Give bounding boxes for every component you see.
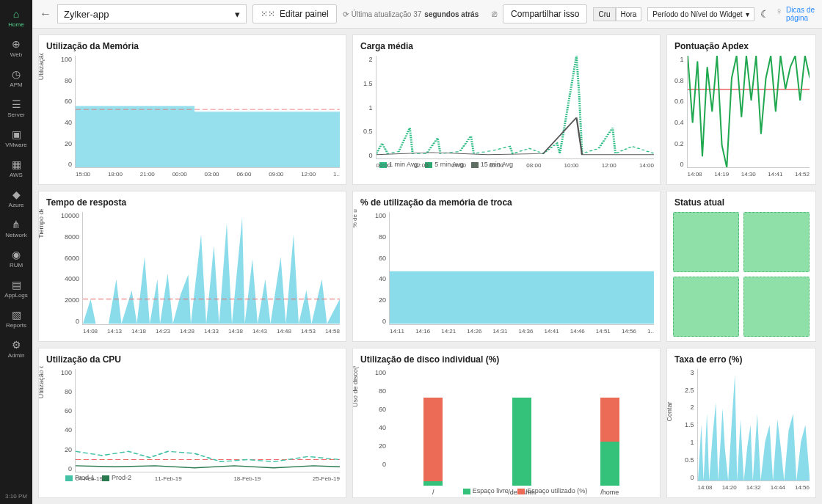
card-error-rate: Taxa de erro (%) Contar 32.521.510.50 14… [666, 348, 816, 498]
sidenav-item-aws[interactable]: ▦AWS [0, 153, 32, 183]
period-selector[interactable]: Período do Nível do Widget▾ [647, 7, 754, 21]
network-icon: ⋔ [0, 219, 32, 230]
card-current-status: Status atual [666, 191, 816, 341]
web-icon: ⊕ [0, 38, 32, 50]
share-button[interactable]: Compartilhar isso [503, 4, 587, 23]
sidenav-item-home[interactable]: ⌂Home [0, 3, 32, 33]
card-cpu-utilization: Utilização da CPU Utilização da CPU (%) … [38, 348, 346, 498]
admin-icon: ⚙ [0, 339, 32, 351]
sidenav-item-reports[interactable]: ▧Reports [0, 304, 32, 334]
disk-bar[interactable]: /dev/shm [512, 398, 531, 496]
chevron-down-icon: ▾ [746, 10, 749, 18]
segment-raw[interactable]: Cru [593, 7, 615, 21]
refresh-icon[interactable]: ⟳ [343, 10, 349, 18]
status-tile[interactable] [673, 212, 739, 272]
sidenav-item-vmware[interactable]: ▣VMware [0, 123, 32, 153]
sidenav-item-network[interactable]: ⋔Network [0, 213, 32, 244]
y-axis: 100806040200 [61, 56, 75, 168]
card-swap-utilization: % de utilização da memória de troca % de… [352, 191, 661, 341]
disk-bar[interactable]: / [423, 398, 443, 496]
sidenav-item-applogs[interactable]: ▤AppLogs [0, 274, 32, 304]
sidenav-item-azure[interactable]: ◆Azure [0, 183, 32, 213]
disk-bar[interactable]: /home [600, 398, 619, 496]
raw-hour-toggle[interactable]: Cru Hora [593, 7, 641, 21]
vmware-icon: ▣ [0, 128, 32, 140]
chart-area[interactable]: 14:0814:2014:3214:4414:56 [697, 369, 810, 481]
clock: 3:10 PM [5, 489, 27, 504]
edit-panel-button[interactable]: ⁙⁙ Editar painel [252, 4, 337, 23]
chart-area[interactable]: 15:0018:0021:0000:0003:0006:0009:0012:00… [75, 56, 340, 168]
x-axis: 15:0018:0021:0000:0003:0006:0009:0012:00… [76, 171, 340, 178]
card-response-time: Tempo de resposta Tiempo de respuesta (%… [38, 191, 346, 341]
status-tile[interactable] [743, 212, 810, 272]
chart-area[interactable]: 14:1114:1614:2114:2614:3114:3614:4114:46… [389, 212, 654, 324]
azure-icon: ◆ [0, 189, 32, 200]
chart-area[interactable]: //dev/shm/home [389, 369, 654, 497]
card-disk-utilization: Utilização de disco individual (%) Uso d… [352, 348, 661, 498]
card-load-average: Carga média 21.510.50 00:0002:0004:0006:… [352, 34, 661, 185]
presentation-icon[interactable]: ⎚ [492, 9, 497, 19]
app-selector-value: Zylker-app [64, 9, 109, 20]
back-icon[interactable]: ← [40, 7, 51, 21]
bulb-icon: ♀ [776, 6, 784, 17]
segment-hour[interactable]: Hora [616, 7, 642, 21]
page-tips-link[interactable]: ♀ Dicas depágina [776, 6, 815, 22]
last-updated: ⟳ Última atualização 37 segundos atrás [343, 10, 479, 18]
chart-area[interactable]: 00:0002:0004:0006:0008:0010:0012:0014:00 [376, 56, 654, 159]
grid-icon: ⁙⁙ [261, 9, 275, 19]
sidenav-item-server[interactable]: ☰Server [0, 93, 32, 123]
chart-area[interactable]: 04-Feb-1911-Feb-1918-Feb-1925-Feb-19 [75, 369, 340, 472]
dark-mode-icon[interactable]: ☾ [760, 8, 770, 20]
chevron-down-icon: ▾ [235, 9, 240, 20]
status-tile[interactable] [743, 277, 810, 337]
card-memory-utilization: Utilização da Memória Utilização de memó… [38, 34, 346, 185]
status-grid [673, 212, 810, 336]
app-selector[interactable]: Zylker-app ▾ [57, 4, 247, 23]
rum-icon: ◉ [0, 249, 32, 260]
reports-icon: ▧ [0, 309, 32, 321]
legend: Espaço livre Espaço utilizado (%) [389, 487, 654, 494]
server-icon: ☰ [0, 98, 32, 110]
home-icon: ⌂ [0, 8, 32, 20]
chart-area[interactable]: 14:0814:1914:3014:4114:52 [687, 56, 810, 168]
top-bar: ← Zylker-app ▾ ⁙⁙ Editar painel ⟳ Última… [32, 0, 822, 29]
sidenav-item-admin[interactable]: ⚙Admin [0, 334, 32, 364]
apm-icon: ◷ [0, 68, 32, 80]
sidenav-item-web[interactable]: ⊕Web [0, 33, 32, 63]
side-nav: ⌂Home⊕Web◷APM☰Server▣VMware▦AWS◆Azure⋔Ne… [0, 0, 32, 504]
chart-area[interactable]: 14:0814:1314:1814:2314:2814:3314:3814:43… [82, 212, 340, 324]
svg-rect-3 [390, 271, 654, 324]
card-apdex: Pontuação Apdex 10.80.60.40.20 14:0814:1… [666, 34, 816, 185]
sidenav-item-rum[interactable]: ◉RUM [0, 244, 32, 274]
sidenav-item-apm[interactable]: ◷APM [0, 63, 32, 93]
aws-icon: ▦ [0, 158, 32, 170]
applogs-icon: ▤ [0, 279, 32, 291]
status-tile[interactable] [673, 277, 739, 337]
